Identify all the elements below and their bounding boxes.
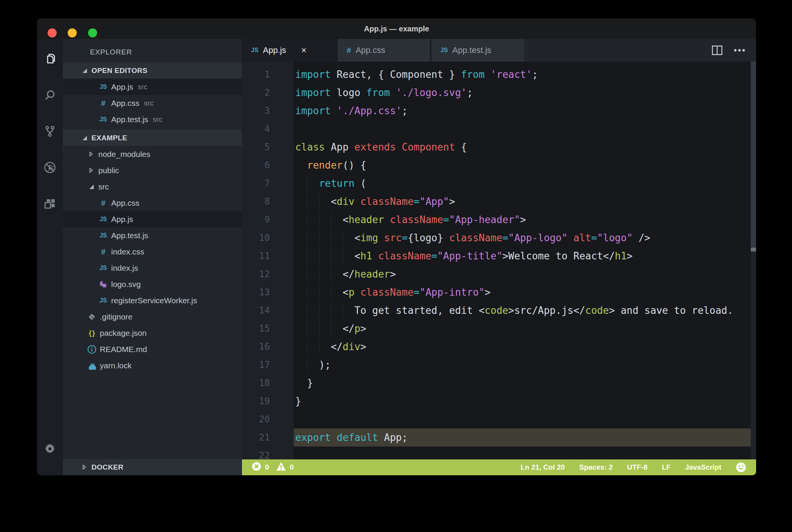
code-line[interactable]: } xyxy=(294,392,751,410)
code-line[interactable] xyxy=(294,120,751,138)
tree-item-index.css[interactable]: #index.css xyxy=(63,244,242,260)
code-line[interactable]: export default App; xyxy=(294,428,751,447)
code-line[interactable]: To get started, edit <code>src/App.js</c… xyxy=(294,301,751,320)
code-line[interactable]: return ( xyxy=(294,174,751,192)
debug-icon xyxy=(43,161,57,174)
section-header-example[interactable]: EXAMPLE xyxy=(63,130,242,146)
code-line[interactable]: </div> xyxy=(294,338,751,356)
code-line[interactable]: <div className="App"> xyxy=(294,192,751,211)
tree-item-app.test.js[interactable]: JSApp.test.jssrc xyxy=(63,111,242,127)
more-actions-button[interactable] xyxy=(733,48,746,53)
chevron-collapsed-icon xyxy=(86,152,96,157)
tree-item-src[interactable]: src xyxy=(63,178,242,195)
code-line[interactable]: <p className="App-intro"> xyxy=(294,283,751,301)
tree-item-node_modules[interactable]: node_modules xyxy=(63,146,242,162)
activity-bar-debug[interactable] xyxy=(37,155,63,180)
item-label: yarn.lock xyxy=(100,361,132,370)
indent-guide xyxy=(319,339,319,354)
item-label: index.css xyxy=(111,247,144,256)
tree-item-app.css[interactable]: #App.css xyxy=(63,195,242,211)
item-label: src xyxy=(98,182,109,191)
editor-scrollbar[interactable] xyxy=(751,62,756,459)
indent-guide xyxy=(319,194,319,209)
error-count: 0 xyxy=(265,463,269,472)
item-label: .gitignore xyxy=(100,312,132,321)
code-line[interactable]: <header className="App-header"> xyxy=(294,211,751,229)
code-line[interactable]: import logo from './logo.svg'; xyxy=(294,84,751,102)
code-line[interactable]: ); xyxy=(294,356,751,374)
line-number: 21 xyxy=(242,428,270,447)
line-number: 3 xyxy=(242,102,270,120)
tree-item-app.css[interactable]: #App.csssrc xyxy=(63,95,242,111)
section-header-open-editors[interactable]: OPEN EDITORS xyxy=(63,62,242,79)
tree-item-app.js[interactable]: JSApp.js xyxy=(63,211,242,227)
chevron-collapsed-icon xyxy=(79,465,89,470)
extensions-icon xyxy=(43,197,56,210)
item-label: App.test.js xyxy=(111,115,148,124)
item-label: App.js xyxy=(111,82,133,92)
activity-bar-search[interactable] xyxy=(37,83,63,107)
code-line[interactable] xyxy=(294,447,751,459)
activity-bar-source-control[interactable] xyxy=(37,119,63,143)
search-icon xyxy=(43,88,56,101)
tree-item-.gitignore[interactable]: .gitignore xyxy=(63,309,242,325)
line-number: 18 xyxy=(242,374,270,392)
line-number: 6 xyxy=(242,156,270,174)
code-line[interactable]: import React, { Component } from 'react'… xyxy=(294,65,751,84)
tab-app.css[interactable]: #App.css xyxy=(338,39,430,62)
tree-item-app.test.js[interactable]: JSApp.test.js xyxy=(63,227,242,244)
tree-item-app.js[interactable]: JSApp.jssrc xyxy=(63,79,242,95)
tree-item-registerserviceworker.js[interactable]: JSregisterServiceWorker.js xyxy=(63,292,242,309)
line-number: 11 xyxy=(242,247,270,265)
code-line[interactable]: } xyxy=(294,374,751,392)
warning-icon xyxy=(276,462,286,471)
indent-guide xyxy=(331,248,331,264)
warning-count: 0 xyxy=(290,463,294,472)
line-number: 15 xyxy=(242,320,270,338)
settings-gear-button[interactable] xyxy=(37,437,63,461)
line-number: 7 xyxy=(242,174,270,192)
tab-bar: JSApp.js×#App.cssJSApp.test.js xyxy=(242,39,756,62)
code-editor[interactable]: 12345678910111213141516171819202122 impo… xyxy=(242,62,756,459)
scrollbar-thumb[interactable] xyxy=(751,62,756,251)
activity-bar-explorer[interactable] xyxy=(37,47,63,71)
tab-app.test.js[interactable]: JSApp.test.js xyxy=(431,39,524,62)
code-line[interactable]: import './App.css'; xyxy=(294,102,751,120)
indent-guide xyxy=(331,267,331,282)
status-language-mode[interactable]: JavaScript xyxy=(685,463,721,472)
tree-item-logo.svg[interactable]: logo.svg xyxy=(63,276,242,292)
git-file-icon xyxy=(86,312,98,321)
activity-bar-extensions[interactable] xyxy=(37,192,63,216)
split-editor-button[interactable] xyxy=(711,45,723,56)
close-icon[interactable]: × xyxy=(301,46,307,55)
tree-item-yarn.lock[interactable]: yarn.lock xyxy=(63,357,242,374)
indent-guide xyxy=(319,230,319,245)
js-file-icon: JS xyxy=(98,84,109,90)
code-line[interactable]: </p> xyxy=(294,320,751,338)
item-label: registerServiceWorker.js xyxy=(111,296,197,305)
indent-guide xyxy=(307,303,307,318)
section-header-docker[interactable]: DOCKER xyxy=(63,459,242,475)
explorer-sidebar: EXPLORER OPEN EDITORSJSApp.jssrc#App.css… xyxy=(63,39,242,475)
tree-item-index.js[interactable]: JSindex.js xyxy=(63,260,242,276)
status-encoding[interactable]: UTF-8 xyxy=(627,463,648,472)
code-line[interactable]: class App extends Component { xyxy=(294,138,751,156)
status-indentation[interactable]: Spaces: 2 xyxy=(579,463,613,472)
code-line[interactable]: render() { xyxy=(294,156,751,174)
tree-item-package.json[interactable]: { }package.json xyxy=(63,325,242,341)
status-cursor-position[interactable]: Ln 21, Col 20 xyxy=(521,463,565,472)
status-eol[interactable]: LF xyxy=(662,463,671,472)
line-number: 20 xyxy=(242,410,270,428)
tab-app.js[interactable]: JSApp.js× xyxy=(242,39,336,62)
feedback-smiley-button[interactable] xyxy=(736,462,746,473)
editor-gutter: 12345678910111213141516171819202122 xyxy=(242,62,294,459)
tree-item-readme.md[interactable]: README.md xyxy=(63,341,242,357)
indent-guide xyxy=(307,339,307,354)
indent-guide xyxy=(307,357,307,372)
code-line[interactable]: <img src={logo} className="App-logo" alt… xyxy=(294,229,751,247)
tree-item-public[interactable]: public xyxy=(63,162,242,178)
code-line[interactable] xyxy=(294,410,751,428)
code-line[interactable]: <h1 className="App-title">Welcome to Rea… xyxy=(294,247,751,265)
problems-indicator[interactable]: 0 0 xyxy=(252,462,294,473)
code-line[interactable]: </header> xyxy=(294,265,751,283)
